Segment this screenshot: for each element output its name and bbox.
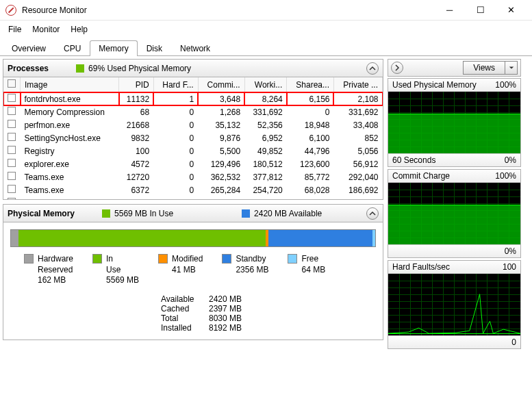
processes-table-wrap[interactable]: ImagePIDHard F...Commi...Worki...Sharea.… [3, 77, 383, 199]
tab-network[interactable]: Network [171, 40, 219, 56]
table-cell: 172,120 [198, 196, 244, 199]
stat-value: 8192 MB [209, 323, 242, 333]
tab-memory[interactable]: Memory [90, 40, 137, 56]
collapse-physmem-button[interactable] [366, 207, 379, 220]
row-checkbox[interactable] [8, 185, 16, 193]
table-cell: 0 [153, 131, 198, 144]
legend-label: Free [301, 254, 325, 265]
tab-disk[interactable]: Disk [138, 40, 171, 56]
window-title: Resource Monitor [22, 5, 434, 15]
table-row[interactable]: Teams.exe63720265,284254,72068,028186,69… [3, 183, 383, 196]
close-button[interactable]: ✕ [496, 0, 527, 21]
row-checkbox[interactable] [8, 107, 16, 115]
table-cell: 52,356 [244, 118, 287, 131]
table-cell: 5,056 [333, 144, 382, 157]
membar-segment [18, 230, 266, 246]
legend-value: 162 MB [38, 275, 73, 286]
row-checkbox[interactable] [8, 146, 16, 154]
col-check[interactable] [3, 77, 21, 92]
col-header[interactable]: Commi... [198, 77, 244, 92]
table-cell: 6,952 [244, 131, 287, 144]
tab-cpu[interactable]: CPU [55, 40, 90, 56]
physmem-panel: Physical Memory 5569 MB In Use 2420 MB A… [3, 204, 383, 340]
col-header[interactable]: Sharea... [287, 77, 334, 92]
stat-row: Available2420 MB [161, 294, 376, 304]
table-cell: 265,284 [198, 183, 244, 196]
table-cell: 3,648 [198, 92, 244, 106]
chart-canvas [388, 183, 520, 244]
table-row[interactable]: Teams.exe127200362,532377,81285,772292,0… [3, 170, 383, 183]
legend-item: InUse5569 MB [92, 254, 139, 286]
table-cell: 331,692 [333, 105, 382, 118]
col-header[interactable]: Private ... [333, 77, 382, 92]
col-header[interactable]: Hard F... [153, 77, 198, 92]
table-cell: 21668 [119, 118, 154, 131]
minimize-button[interactable]: ─ [434, 0, 465, 21]
inuse-text: 5569 MB In Use [114, 209, 173, 218]
maximize-button[interactable]: ☐ [465, 0, 496, 21]
table-row[interactable]: SettingSyncHost.exe983209,8766,9526,1008… [3, 131, 383, 144]
table-cell: 13952 [119, 196, 154, 199]
table-cell: 852 [333, 131, 382, 144]
col-header[interactable]: Worki... [244, 77, 287, 92]
table-cell: 9832 [119, 131, 154, 144]
menu-file[interactable]: File [3, 22, 27, 37]
legend-swatch [288, 254, 297, 264]
collapse-processes-button[interactable] [366, 62, 379, 75]
table-row[interactable]: Registry10005,50049,85244,7965,056 [3, 144, 383, 157]
menu-help[interactable]: Help [65, 22, 93, 37]
row-checkbox[interactable] [8, 198, 16, 199]
legend-item: Modified41 MB [158, 254, 203, 286]
table-row[interactable]: fontdrvhost.exe1113213,6488,2646,1562,10… [3, 92, 383, 106]
membar-segment [268, 230, 372, 246]
legend-value: 64 MB [301, 265, 325, 276]
memory-stats: Available2420 MBCached2397 MBTotal8030 M… [161, 294, 376, 333]
col-header[interactable]: PID [119, 77, 154, 92]
chart-title: Hard Faults/sec [392, 262, 450, 272]
row-checkbox[interactable] [8, 120, 16, 128]
col-header[interactable]: Image [21, 77, 119, 92]
table-row[interactable]: Memory Compression6801,268331,6920331,69… [3, 105, 383, 118]
table-cell: SettingSyncHost.exe [21, 131, 119, 144]
legend-label: InUse [106, 254, 139, 275]
table-cell: chrome.exe [21, 196, 119, 199]
mem-use-swatch [76, 64, 84, 73]
processes-panel: Processes 69% Used Physical Memory Image… [3, 59, 383, 200]
table-cell: 68,028 [287, 183, 334, 196]
table-cell: 4572 [119, 157, 154, 170]
table-cell: 100 [119, 144, 154, 157]
processes-table: ImagePIDHard F...Commi...Worki...Sharea.… [3, 77, 383, 199]
chart-canvas [388, 92, 520, 153]
memory-legend: HardwareReserved162 MBInUse5569 MBModifi… [24, 254, 376, 286]
stat-row: Cached2397 MB [161, 304, 376, 313]
table-cell: 0 [153, 183, 198, 196]
row-checkbox[interactable] [8, 94, 16, 102]
chart-top-label: 100% [495, 80, 516, 90]
memory-bar [10, 229, 376, 247]
table-cell: 1,268 [198, 105, 244, 118]
expand-right-button[interactable] [391, 62, 403, 74]
stat-value: 8030 MB [209, 313, 242, 323]
table-cell: 35,132 [198, 118, 244, 131]
table-cell: 8,264 [244, 92, 287, 106]
row-checkbox[interactable] [8, 159, 16, 167]
tab-strip: Overview CPU Memory Disk Network [0, 40, 532, 56]
table-cell: 68,528 [287, 196, 334, 199]
menu-monitor[interactable]: Monitor [27, 22, 65, 37]
views-dropdown-button[interactable] [505, 61, 518, 75]
row-checkbox[interactable] [8, 172, 16, 180]
row-checkbox[interactable] [8, 133, 16, 141]
table-row[interactable]: perfmon.exe21668035,13252,35618,94833,40… [3, 118, 383, 131]
table-row[interactable]: explorer.exe45720129,496180,512123,60056… [3, 157, 383, 170]
table-cell: 68 [119, 105, 154, 118]
table-cell: fontdrvhost.exe [21, 92, 119, 106]
tab-overview[interactable]: Overview [3, 40, 55, 56]
legend-swatch [92, 254, 102, 264]
table-cell: perfmon.exe [21, 118, 119, 131]
table-cell: 129,496 [198, 157, 244, 170]
table-cell: 224,920 [244, 196, 287, 199]
views-button[interactable]: Views [463, 61, 505, 75]
table-cell: 0 [153, 105, 198, 118]
table-row[interactable]: chrome.exe139520172,120224,92068,528156,… [3, 196, 383, 199]
table-cell: 6372 [119, 183, 154, 196]
